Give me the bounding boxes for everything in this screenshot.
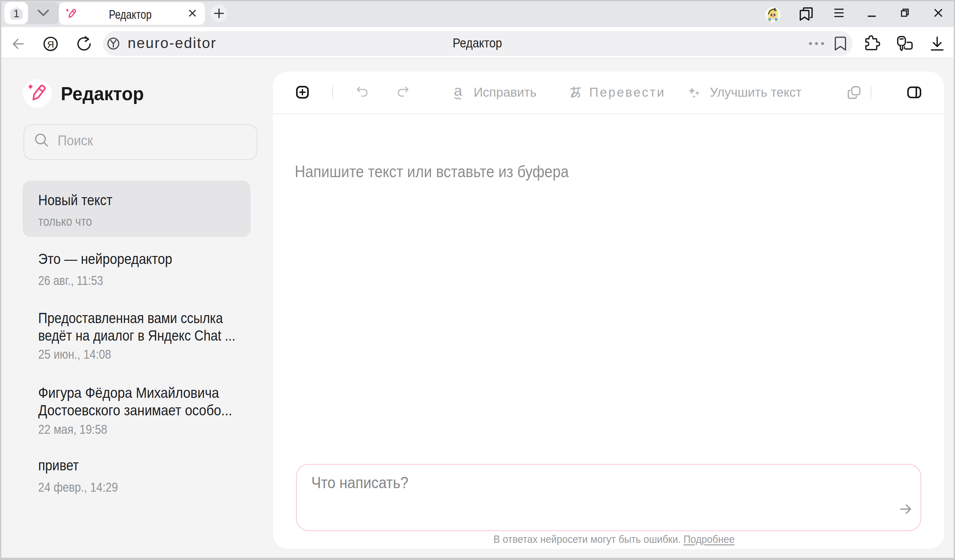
svg-text:Я: Я xyxy=(47,39,54,50)
svg-text:a: a xyxy=(454,84,462,99)
svg-text:1: 1 xyxy=(13,7,19,19)
